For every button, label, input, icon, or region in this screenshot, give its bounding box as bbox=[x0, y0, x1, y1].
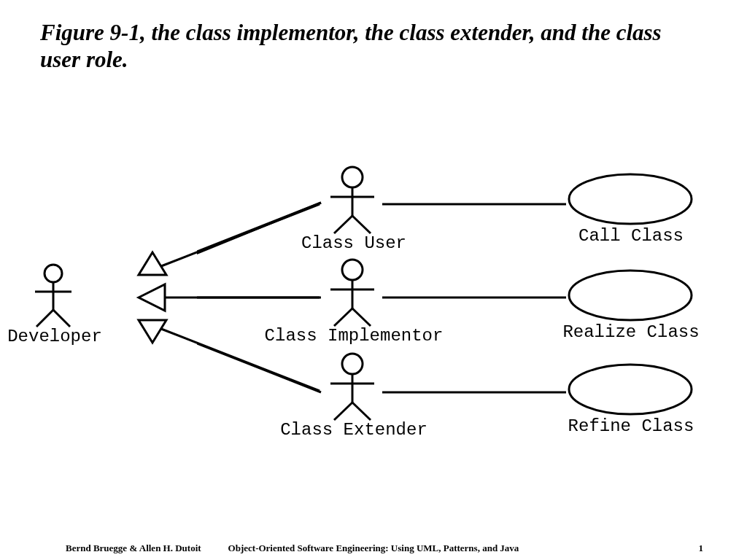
uml-diagram-overlay bbox=[0, 0, 747, 560]
svg-line-27 bbox=[161, 204, 320, 266]
svg-line-31 bbox=[161, 329, 320, 391]
